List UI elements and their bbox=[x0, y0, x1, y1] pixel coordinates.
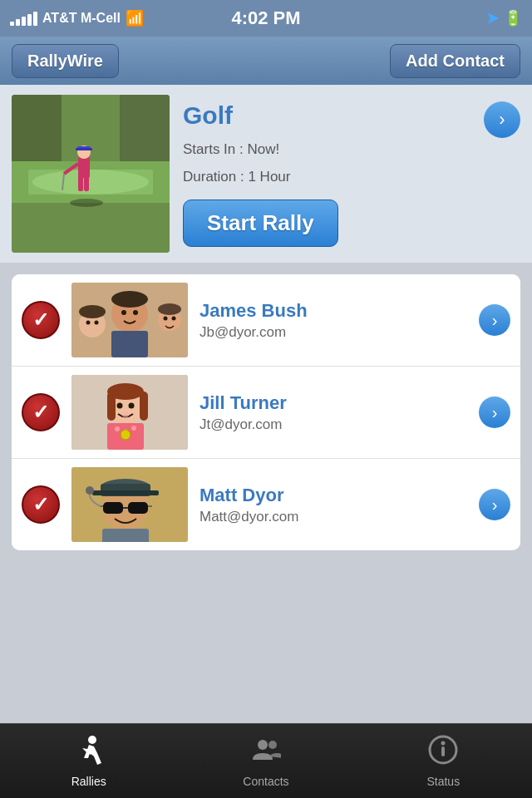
svg-rect-51 bbox=[103, 502, 123, 514]
avatar-matt bbox=[71, 467, 188, 542]
contact-row: James Bush Jb@dyor.com › bbox=[12, 274, 520, 367]
svg-rect-7 bbox=[78, 176, 83, 191]
event-image bbox=[12, 95, 170, 253]
contact-row-matt: Matt Dyor Matt@dyor.com › bbox=[12, 459, 520, 550]
svg-rect-11 bbox=[76, 148, 92, 150]
event-title: Golf bbox=[183, 101, 470, 130]
contact-email-matt: Matt@dyor.com bbox=[200, 509, 467, 525]
svg-point-59 bbox=[258, 740, 268, 750]
tab-contacts[interactable]: Contacts bbox=[177, 724, 354, 798]
tab-contacts-label: Contacts bbox=[243, 775, 288, 788]
svg-point-44 bbox=[121, 430, 131, 440]
svg-point-21 bbox=[133, 310, 138, 315]
avatar-james bbox=[71, 283, 188, 357]
contact-email-jill: Jt@dyor.com bbox=[200, 416, 467, 433]
contact-chevron-matt[interactable]: › bbox=[479, 489, 510, 520]
svg-point-42 bbox=[129, 403, 135, 409]
svg-rect-36 bbox=[140, 392, 148, 421]
nav-bar: RallyWire Add Contact bbox=[0, 37, 532, 85]
svg-rect-4 bbox=[12, 95, 62, 161]
svg-point-25 bbox=[95, 321, 99, 325]
status-left: AT&T M-Cell 📶 bbox=[10, 9, 144, 27]
svg-rect-5 bbox=[120, 95, 170, 161]
contact-email-james: Jb@dyor.com bbox=[200, 324, 467, 341]
svg-point-19 bbox=[111, 291, 148, 308]
svg-point-43 bbox=[122, 411, 129, 418]
tab-rallies[interactable]: Rallies bbox=[0, 724, 177, 798]
svg-rect-57 bbox=[102, 529, 149, 542]
contact-row-jill: Jill Turner Jt@dyor.com › bbox=[12, 367, 520, 459]
main-content: Golf Starts In : Now! Duration : 1 Hour … bbox=[0, 85, 532, 723]
check-james[interactable] bbox=[22, 301, 60, 339]
avatar-jill bbox=[71, 375, 188, 450]
event-duration: Duration : 1 Hour bbox=[183, 165, 470, 188]
svg-point-23 bbox=[79, 305, 106, 318]
location-icon: ➤ bbox=[486, 9, 499, 27]
svg-point-29 bbox=[172, 317, 176, 321]
contacts-icon bbox=[251, 735, 281, 771]
check-jill[interactable] bbox=[22, 393, 60, 431]
svg-point-14 bbox=[70, 199, 103, 207]
event-right: › bbox=[484, 95, 520, 253]
contact-chevron-james[interactable]: › bbox=[479, 304, 510, 336]
svg-rect-35 bbox=[107, 392, 116, 421]
svg-point-3 bbox=[32, 170, 149, 195]
svg-rect-62 bbox=[441, 746, 445, 756]
contact-name-jill: Jill Turner bbox=[200, 392, 467, 414]
tab-rallies-label: Rallies bbox=[71, 775, 106, 788]
contact-info-james: James Bush Jb@dyor.com bbox=[200, 300, 467, 341]
rallies-icon bbox=[74, 735, 104, 771]
event-card: Golf Starts In : Now! Duration : 1 Hour … bbox=[0, 85, 532, 263]
battery-icon: 🔋 bbox=[504, 9, 522, 27]
svg-point-38 bbox=[115, 426, 120, 431]
svg-point-24 bbox=[86, 321, 91, 325]
contact-info-jill: Jill Turner Jt@dyor.com bbox=[200, 392, 467, 433]
svg-rect-18 bbox=[111, 331, 148, 357]
svg-point-40 bbox=[131, 426, 136, 431]
status-right: ➤ 🔋 bbox=[486, 9, 522, 27]
contacts-list: James Bush Jb@dyor.com › bbox=[0, 263, 532, 550]
start-rally-button[interactable]: Start Rally bbox=[183, 200, 338, 247]
svg-point-58 bbox=[88, 736, 96, 744]
svg-point-28 bbox=[164, 317, 168, 321]
tab-status-label: Status bbox=[426, 775, 460, 788]
contact-name-matt: Matt Dyor bbox=[200, 485, 467, 506]
contacts-group: James Bush Jb@dyor.com › bbox=[12, 274, 520, 550]
svg-point-41 bbox=[117, 403, 123, 409]
tab-bar: Rallies Contacts Status bbox=[0, 723, 532, 798]
status-icon bbox=[428, 735, 458, 771]
svg-point-60 bbox=[268, 741, 277, 749]
svg-point-27 bbox=[158, 303, 181, 315]
svg-rect-8 bbox=[84, 176, 89, 191]
svg-rect-6 bbox=[78, 157, 90, 178]
tab-status[interactable]: Status bbox=[355, 724, 532, 798]
contact-info-matt: Matt Dyor Matt@dyor.com bbox=[200, 485, 467, 525]
event-starts: Starts In : Now! bbox=[183, 138, 470, 160]
event-detail-chevron[interactable]: › bbox=[484, 101, 520, 138]
svg-point-20 bbox=[121, 310, 126, 315]
svg-rect-50 bbox=[92, 490, 159, 495]
signal-icon bbox=[10, 12, 37, 26]
svg-point-63 bbox=[441, 741, 446, 745]
status-bar: AT&T M-Cell 📶 4:02 PM ➤ 🔋 bbox=[0, 0, 532, 37]
contact-name-james: James Bush bbox=[200, 300, 467, 322]
carrier-label: AT&T M-Cell bbox=[42, 11, 121, 26]
rallywire-button[interactable]: RallyWire bbox=[12, 44, 119, 78]
status-time: 4:02 PM bbox=[231, 7, 300, 29]
wifi-icon: 📶 bbox=[126, 9, 144, 27]
svg-point-56 bbox=[86, 486, 94, 495]
contact-chevron-jill[interactable]: › bbox=[479, 397, 510, 428]
event-info: Golf Starts In : Now! Duration : 1 Hour … bbox=[183, 95, 470, 247]
add-contact-button[interactable]: Add Contact bbox=[390, 44, 520, 78]
event-details: Golf Starts In : Now! Duration : 1 Hour … bbox=[183, 95, 470, 247]
check-matt[interactable] bbox=[22, 485, 60, 524]
svg-rect-52 bbox=[128, 502, 148, 514]
